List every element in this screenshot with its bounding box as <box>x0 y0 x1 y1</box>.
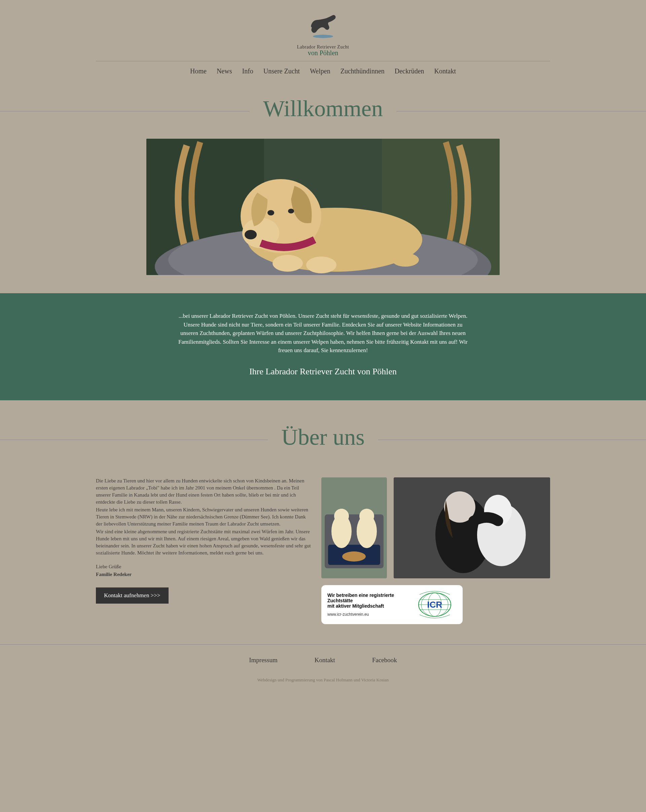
nav-news[interactable]: News <box>217 67 232 75</box>
about-photo-dogs-couch <box>321 477 387 578</box>
nav-kontakt[interactable]: Kontakt <box>434 67 456 75</box>
intro-signature: Ihre Labrador Retriever Zucht von Pöhlen <box>7 366 639 377</box>
intro-green-block: ...bei unserer Labrador Retriever Zucht … <box>0 293 646 400</box>
badge-line1: Wir betreiben eine registrierte Zuchtstä… <box>328 592 406 603</box>
main-nav: Home News Info Unsere Zucht Welpen Zucht… <box>96 61 550 85</box>
nav-welpen[interactable]: Welpen <box>310 67 331 75</box>
svg-point-11 <box>288 209 294 214</box>
footer-link-kontakt[interactable]: Kontakt <box>315 656 335 664</box>
site-logo[interactable]: Labrador Retriever Zucht von Pöhlen <box>297 8 349 57</box>
badge-line2: mit aktiver Mitgliedschaft <box>328 603 406 609</box>
welcome-heading: Willkommen <box>250 95 396 122</box>
about-heading: Über uns <box>268 424 378 450</box>
footer-links: Impressum Kontakt Facebook <box>0 656 646 664</box>
about-heading-wrap: Über uns <box>0 424 646 450</box>
about-photo-hug-bw <box>394 477 550 578</box>
about-image-column: Wir betreiben eine registrierte Zuchtstä… <box>321 477 550 624</box>
logo-area: Labrador Retriever Zucht von Pöhlen <box>0 0 646 61</box>
about-paragraph-3: Wir sind eine kleine abgenommene und reg… <box>96 528 311 557</box>
svg-point-19 <box>334 509 349 524</box>
svg-point-21 <box>360 509 374 524</box>
nav-deckrueden[interactable]: Deckrüden <box>395 67 424 75</box>
contact-button[interactable]: Kontakt aufnehmen >>> <box>96 588 169 604</box>
svg-point-9 <box>245 230 257 240</box>
svg-point-0 <box>313 35 333 38</box>
welcome-heading-wrap: Willkommen <box>0 95 646 122</box>
nav-home[interactable]: Home <box>190 67 207 75</box>
logo-dog-icon <box>305 8 341 42</box>
footer: Impressum Kontakt Facebook Webdesign und… <box>0 644 646 696</box>
about-signoff: Liebe Grüße <box>96 563 311 570</box>
logo-text-line2: von Pöhlen <box>297 49 349 57</box>
svg-text:ICR: ICR <box>427 600 442 610</box>
nav-info[interactable]: Info <box>242 67 253 75</box>
svg-point-14 <box>392 253 419 267</box>
svg-point-12 <box>273 255 303 272</box>
nav-zuchthuendinnen[interactable]: Zuchthündinnen <box>340 67 385 75</box>
about-paragraph-1: Die Liebe zu Tieren und hier vor allem z… <box>96 477 311 506</box>
icr-membership-badge: Wir betreiben eine registrierte Zuchtstä… <box>321 585 463 624</box>
about-section: Die Liebe zu Tieren und hier vor allem z… <box>96 467 550 644</box>
about-family-name: Familie Redeker <box>96 571 311 578</box>
hero-section <box>0 139 646 276</box>
svg-point-13 <box>306 256 337 273</box>
footer-link-impressum[interactable]: Impressum <box>249 656 277 664</box>
about-paragraph-2: Heute lebe ich mit meinem Mann, unseren … <box>96 506 311 528</box>
about-text-column: Die Liebe zu Tieren und hier vor allem z… <box>96 477 311 624</box>
svg-point-10 <box>268 210 274 215</box>
icr-logo-icon: ICR <box>413 589 457 620</box>
badge-url: www.icr-zuchtverein.eu <box>328 612 406 617</box>
footer-link-facebook[interactable]: Facebook <box>372 656 397 664</box>
footer-credit-text: Webdesign und Programmierung von Pascal … <box>0 677 646 683</box>
hero-puppy-image <box>146 139 500 275</box>
nav-separator: Home News Info Unsere Zucht Welpen Zucht… <box>96 61 550 85</box>
nav-unsere-zucht[interactable]: Unsere Zucht <box>264 67 300 75</box>
svg-point-22 <box>342 551 366 562</box>
intro-text: ...bei unserer Labrador Retriever Zucht … <box>177 312 469 355</box>
